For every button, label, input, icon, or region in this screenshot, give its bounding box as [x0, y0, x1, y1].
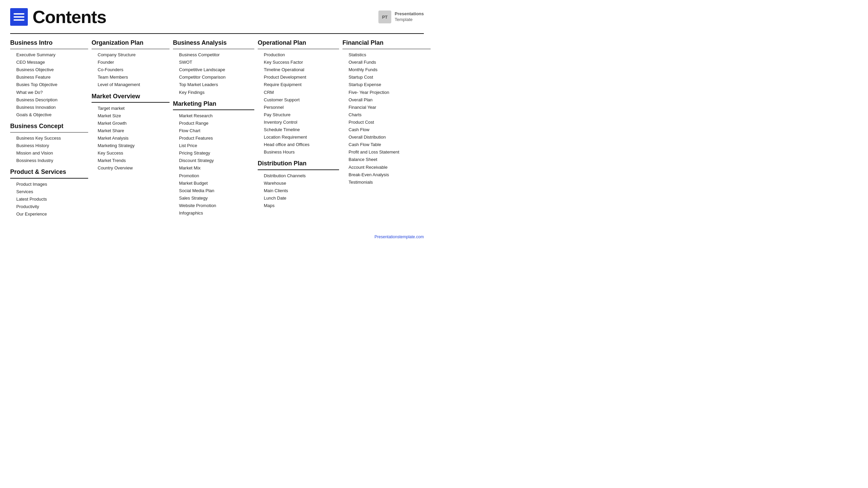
list-item[interactable]: Balance Sheet	[349, 156, 431, 163]
list-item[interactable]: Schedule Timeline	[264, 126, 339, 134]
list-item[interactable]: Flow Chart	[179, 127, 254, 135]
list-item[interactable]: Goals & Objective	[16, 111, 88, 119]
list-item[interactable]: Target market	[98, 105, 170, 112]
list-item[interactable]: Sales Strategy	[179, 195, 254, 202]
list-item[interactable]: Timeline Operational	[264, 66, 339, 74]
list-item[interactable]: Overall Distribution	[349, 134, 431, 141]
list-item[interactable]: Overall Funds	[349, 59, 431, 66]
list-item[interactable]: Business Feature	[16, 74, 88, 81]
list-item[interactable]: Startup Cost	[349, 74, 431, 81]
list-item[interactable]: Website Promotion	[179, 202, 254, 209]
list-item[interactable]: Profit and Loss Statement	[349, 148, 431, 156]
section-title-2-0: Business Analysis	[173, 39, 254, 47]
list-item[interactable]: Market Budget	[179, 180, 254, 187]
list-item[interactable]: Pay Structure	[264, 111, 339, 119]
list-item[interactable]: Five- Year Projection	[349, 89, 431, 96]
list-item[interactable]: Cash Flow Table	[349, 141, 431, 148]
list-item[interactable]: Market Analysis	[98, 135, 170, 142]
section-divider-3-0	[258, 49, 339, 49]
list-item[interactable]: Business History	[16, 142, 88, 149]
list-item[interactable]: Market Mix	[179, 164, 254, 172]
list-item[interactable]: Key Findings	[179, 89, 254, 96]
column-0: Business IntroExecutive SummaryCEO Messa…	[10, 39, 88, 222]
list-item[interactable]: Customer Support	[264, 96, 339, 104]
list-item[interactable]: Country Overview	[98, 164, 170, 172]
section-items-4-0: StatisticsOverall FundsMonthly FundsStar…	[349, 51, 431, 186]
list-item[interactable]: Charts	[349, 111, 431, 119]
list-item[interactable]: Business Competitor	[179, 51, 254, 59]
list-item[interactable]: Distribution Channels	[264, 172, 339, 180]
list-item[interactable]: Business Key Success	[16, 135, 88, 142]
list-item[interactable]: Top Market Leaders	[179, 81, 254, 88]
list-item[interactable]: Founder	[98, 59, 170, 66]
list-item[interactable]: Require Equipment	[264, 81, 339, 88]
list-item[interactable]: Product Development	[264, 74, 339, 81]
list-item[interactable]: Cash Flow	[349, 126, 431, 134]
list-item[interactable]: Lunch Date	[264, 195, 339, 202]
list-item[interactable]: Market Share	[98, 127, 170, 135]
list-item[interactable]: Product Images	[16, 181, 88, 188]
column-4: Financial PlanStatisticsOverall FundsMon…	[342, 39, 431, 222]
list-item[interactable]: Services	[16, 188, 88, 196]
list-item[interactable]: Promotion	[179, 172, 254, 180]
list-item[interactable]: Infographics	[179, 209, 254, 217]
list-item[interactable]: Busies Top Objective	[16, 81, 88, 88]
list-item[interactable]: Location Requirement	[264, 134, 339, 141]
list-item[interactable]: SWOT	[179, 59, 254, 66]
list-item[interactable]: Main Clients	[264, 187, 339, 195]
column-1: Organization PlanCompany StructureFounde…	[92, 39, 170, 222]
list-item[interactable]: Market Growth	[98, 120, 170, 127]
list-item[interactable]: Maps	[264, 202, 339, 209]
list-item[interactable]: Production	[264, 51, 339, 59]
list-item[interactable]: CEO Message	[16, 59, 88, 66]
list-item[interactable]: Executive Summary	[16, 51, 88, 59]
list-item[interactable]: Inventory Control	[264, 119, 339, 126]
list-item[interactable]: Product Cost	[349, 119, 431, 126]
list-item[interactable]: Competitor Comparison	[179, 74, 254, 81]
footer-text: Presentationstemplate.com	[375, 235, 424, 239]
list-item[interactable]: Co-Founders	[98, 66, 170, 74]
list-item[interactable]: Mission and Vision	[16, 149, 88, 157]
list-item[interactable]: Key Success Factor	[264, 59, 339, 66]
list-item[interactable]: Business Innovation	[16, 104, 88, 111]
list-item[interactable]: Our Experience	[16, 210, 88, 218]
list-item[interactable]: Business Objective	[16, 66, 88, 74]
list-item[interactable]: Team Members	[98, 74, 170, 81]
list-item[interactable]: Account Receivable	[349, 164, 431, 171]
list-item[interactable]: Startup Expense	[349, 81, 431, 88]
section-divider-4-0	[342, 49, 431, 49]
section-title-0-0: Business Intro	[10, 39, 88, 47]
list-item[interactable]: List Price	[179, 142, 254, 149]
list-item[interactable]: Head office and Offices	[264, 141, 339, 148]
column-2: Business AnalysisBusiness CompetitorSWOT…	[173, 39, 254, 222]
list-item[interactable]: Warehouse	[264, 180, 339, 187]
list-item[interactable]: Monthly Funds	[349, 66, 431, 74]
list-item[interactable]: Break-Even Analysis	[349, 171, 431, 179]
list-item[interactable]: Overall Plan	[349, 96, 431, 104]
list-item[interactable]: Product Features	[179, 135, 254, 142]
list-item[interactable]: Market Research	[179, 112, 254, 120]
list-item[interactable]: Personnel	[264, 104, 339, 111]
list-item[interactable]: Latest Products	[16, 196, 88, 203]
list-item[interactable]: Company Structure	[98, 51, 170, 59]
list-item[interactable]: Social Media Plan	[179, 187, 254, 195]
list-item[interactable]: What we Do?	[16, 89, 88, 96]
list-item[interactable]: Competitive Landscape	[179, 66, 254, 74]
list-item[interactable]: Business Description	[16, 96, 88, 104]
list-item[interactable]: Productivity	[16, 203, 88, 210]
list-item[interactable]: Market Size	[98, 112, 170, 120]
list-item[interactable]: Key Success	[98, 149, 170, 157]
list-item[interactable]: Level of Management	[98, 81, 170, 88]
list-item[interactable]: Financial Year	[349, 104, 431, 111]
list-item[interactable]: Pricing Strategy	[179, 149, 254, 157]
list-item[interactable]: Bossiness Industry	[16, 157, 88, 164]
list-item[interactable]: Product Range	[179, 120, 254, 127]
list-item[interactable]: Statistics	[349, 51, 431, 59]
list-item[interactable]: Business Hours	[264, 148, 339, 156]
list-item[interactable]: Marketing Strategy	[98, 142, 170, 149]
list-item[interactable]: Testimonials	[349, 179, 431, 186]
list-item[interactable]: CRM	[264, 89, 339, 96]
section-divider-2-1	[173, 109, 254, 110]
list-item[interactable]: Discount Strategy	[179, 157, 254, 164]
list-item[interactable]: Market Trends	[98, 157, 170, 164]
